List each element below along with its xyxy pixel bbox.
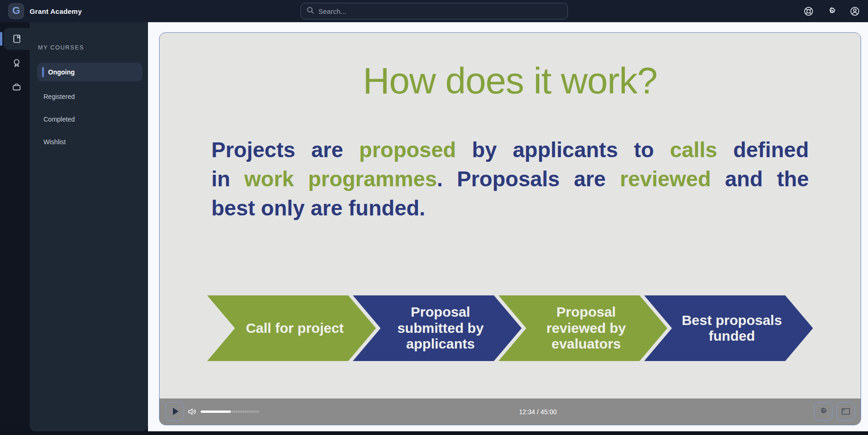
medal-icon: [12, 58, 22, 68]
player-right-controls: [814, 402, 855, 421]
sidebar-my-courses: MY COURSES Ongoing Registered Completed …: [30, 22, 148, 431]
account-user-icon[interactable]: [850, 6, 860, 16]
chevron-label: Proposal reviewed by evaluators: [531, 304, 641, 352]
slide-title: How does it work?: [160, 62, 861, 99]
time-display: 12:34 / 45:00: [519, 408, 557, 416]
chevron-proposal-reviewed: Proposal reviewed by evaluators: [499, 295, 667, 361]
slide-canvas: How does it work? Projects are proposed …: [160, 33, 861, 398]
video-player: How does it work? Projects are proposed …: [159, 32, 861, 425]
sidebar-section-title: MY COURSES: [38, 44, 142, 51]
icon-rail: [0, 22, 30, 431]
chevron-label: Proposal submitted by applicants: [385, 304, 496, 352]
search-icon: [307, 6, 314, 16]
chevron-label: Call for project: [246, 320, 344, 337]
sidebar-item-registered[interactable]: Registered: [38, 89, 142, 104]
chevron-best-funded: Best proposals funded: [644, 295, 813, 361]
volume-slider-fill: [201, 410, 231, 413]
logo-letter: G: [12, 6, 20, 16]
help-lifebuoy-icon[interactable]: [803, 6, 813, 16]
brand: G Grant Academy: [8, 3, 82, 19]
main-content: How does it work? Projects are proposed …: [148, 22, 868, 431]
play-button[interactable]: [166, 402, 184, 421]
book-icon: [12, 34, 22, 44]
search-bar[interactable]: [301, 3, 568, 19]
paragraph-line: Projects are proposed by applicants to c…: [211, 135, 809, 165]
fullscreen-button[interactable]: [837, 402, 855, 421]
volume-slider[interactable]: [201, 410, 259, 413]
volume-icon[interactable]: [187, 407, 197, 418]
paragraph-line: best only are funded.: [211, 194, 809, 223]
chevron-proposal-submitted: Proposal submitted by applicants: [353, 295, 522, 361]
app-title: Grant Academy: [30, 7, 82, 15]
process-chevron-diagram: Call for project Proposal submitted by a…: [207, 295, 813, 361]
sidebar-item-label: Ongoing: [48, 68, 75, 76]
top-bar: G Grant Academy: [0, 0, 868, 22]
search-input[interactable]: [319, 7, 562, 15]
rail-item-courses[interactable]: [4, 28, 30, 50]
play-icon: [173, 408, 179, 415]
sidebar-items: Ongoing Registered Completed Wishlist: [37, 63, 142, 150]
rail-item-achievements[interactable]: [4, 52, 30, 74]
briefcase-icon: [12, 82, 22, 92]
sidebar-item-label: Completed: [43, 116, 75, 123]
sidebar-item-completed[interactable]: Completed: [38, 111, 142, 127]
topbar-actions: [803, 6, 860, 16]
sidebar-item-label: Wishlist: [43, 138, 66, 146]
settings-gear-icon[interactable]: [826, 6, 837, 16]
chevron-call-for-project: Call for project: [207, 295, 376, 361]
app-body: MY COURSES Ongoing Registered Completed …: [0, 22, 868, 431]
app-logo[interactable]: G: [8, 3, 24, 19]
slide-paragraph: Projects are proposed by applicants to c…: [211, 135, 809, 223]
sidebar-item-wishlist[interactable]: Wishlist: [38, 134, 142, 150]
sidebar-item-label: Registered: [43, 93, 75, 100]
video-controls-bar: 12:34 / 45:00: [160, 398, 861, 425]
sidebar-item-ongoing[interactable]: Ongoing: [37, 63, 142, 81]
chevron-label: Best proposals funded: [677, 312, 787, 344]
player-settings-button[interactable]: [814, 402, 832, 421]
paragraph-line: in work programmes. Proposals are review…: [211, 165, 809, 194]
rail-item-briefcase[interactable]: [4, 76, 30, 98]
